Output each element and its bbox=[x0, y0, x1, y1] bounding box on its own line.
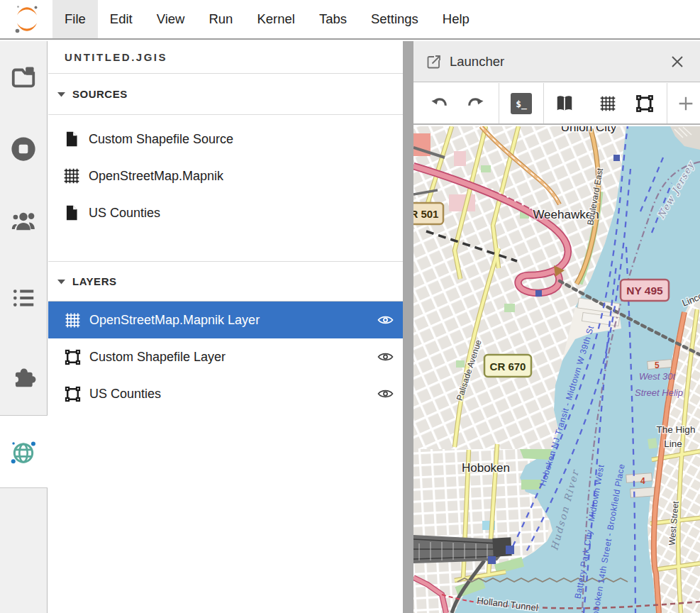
toolbar-separator bbox=[499, 83, 499, 123]
layer-row-osm-mapnik[interactable]: OpenStreetMap.Mapnik Layer bbox=[48, 302, 403, 338]
label-pier-5: 5 bbox=[655, 360, 660, 370]
file-icon bbox=[62, 204, 81, 222]
jupytergis-side-panel: UNTITLED.JGIS SOURCES Custom Shapefile S… bbox=[48, 41, 403, 613]
menu-view[interactable]: View bbox=[145, 0, 197, 38]
new-launcher-button[interactable] bbox=[675, 93, 696, 114]
panel-splitter-handle[interactable] bbox=[403, 41, 413, 613]
label-heliport-1: West 30t bbox=[639, 371, 676, 382]
label-heliport-2: Street Helip bbox=[635, 387, 683, 398]
redo-icon bbox=[466, 94, 486, 114]
vector-polygon-icon bbox=[64, 385, 82, 403]
toolbar-separator bbox=[543, 83, 544, 123]
source-item-label: US Counties bbox=[89, 206, 160, 221]
open-book-icon bbox=[554, 93, 575, 114]
menu-run[interactable]: Run bbox=[196, 0, 245, 38]
layer-label: Custom Shapefile Layer bbox=[89, 350, 377, 365]
chevron-down-icon bbox=[57, 279, 65, 285]
sources-list: Custom Shapefile Source OpenStreetMap.Ma… bbox=[48, 115, 403, 231]
document-title: UNTITLED.JGIS bbox=[48, 41, 403, 74]
globe-icon bbox=[10, 438, 37, 465]
source-item[interactable]: US Counties bbox=[48, 194, 403, 231]
menu-kernel[interactable]: Kernel bbox=[245, 0, 306, 38]
jupyterlab-window: File Edit View Run Kernel Tabs Settings … bbox=[0, 0, 700, 613]
raster-grid-icon bbox=[62, 167, 81, 185]
menu-help[interactable]: Help bbox=[430, 0, 482, 38]
raster-grid-icon bbox=[599, 94, 617, 113]
vector-polygon-icon bbox=[635, 94, 655, 114]
layers-section-label: LAYERS bbox=[72, 275, 116, 287]
undo-button[interactable] bbox=[428, 93, 450, 114]
users-icon bbox=[10, 206, 37, 233]
sidebar-tab-file-browser[interactable] bbox=[10, 63, 37, 90]
launcher-icon bbox=[426, 53, 443, 70]
tab-launcher[interactable]: Launcher bbox=[450, 54, 504, 70]
openstreetmap-canvas[interactable]: CR 501 CR 670 NY 495 Union City Weehawke… bbox=[413, 126, 700, 613]
stop-circle-icon bbox=[10, 136, 37, 162]
layers-list: OpenStreetMap.Mapnik Layer bbox=[48, 302, 403, 412]
toolbar-separator bbox=[667, 83, 667, 123]
dock-tab-bar: Launcher bbox=[413, 41, 700, 82]
route-shield-cr670: CR 670 bbox=[484, 355, 531, 377]
visibility-eye-icon[interactable] bbox=[377, 349, 394, 365]
visibility-eye-icon[interactable] bbox=[377, 312, 394, 328]
jupyter-logo-icon bbox=[11, 4, 43, 35]
label-high-line-2: Line bbox=[664, 438, 682, 449]
label-high-line-1: The High bbox=[657, 424, 696, 435]
puzzle-icon bbox=[10, 363, 37, 390]
main-dock-panel: Launcher bbox=[413, 41, 700, 613]
source-item[interactable]: Custom Shapefile Source bbox=[48, 121, 403, 158]
label-hoboken: Hoboken bbox=[462, 461, 510, 475]
layer-row-us-counties[interactable]: US Counties bbox=[48, 375, 403, 412]
menu-tabs[interactable]: Tabs bbox=[307, 0, 359, 38]
label-pier-4: 4 bbox=[640, 476, 645, 486]
layer-row-custom-shapefile[interactable]: Custom Shapefile Layer bbox=[48, 338, 403, 375]
shield-label: NY 495 bbox=[626, 285, 663, 297]
shield-label: CR 501 bbox=[413, 208, 438, 220]
menu-file[interactable]: File bbox=[52, 0, 98, 38]
identify-button[interactable] bbox=[554, 93, 575, 114]
chevron-down-icon bbox=[57, 92, 65, 97]
sidebar-tab-jupytergis[interactable] bbox=[10, 438, 37, 465]
file-icon bbox=[62, 130, 81, 148]
sources-section-header[interactable]: SOURCES bbox=[48, 74, 403, 115]
route-shield-ny495: NY 495 bbox=[621, 280, 669, 301]
route-shield-cr501: CR 501 bbox=[413, 203, 443, 224]
activity-bar bbox=[0, 41, 48, 613]
terminal-icon: $_ bbox=[511, 93, 532, 114]
source-item-label: Custom Shapefile Source bbox=[89, 132, 233, 147]
add-vector-layer-button[interactable] bbox=[634, 93, 655, 114]
close-tab-icon[interactable] bbox=[669, 53, 686, 70]
sidebar-tab-extension-manager[interactable] bbox=[10, 363, 37, 390]
map-toolbar: $_ bbox=[413, 83, 700, 125]
menu-settings[interactable]: Settings bbox=[359, 0, 430, 38]
sources-section-label: SOURCES bbox=[72, 88, 128, 100]
layer-label: OpenStreetMap.Mapnik Layer bbox=[89, 313, 377, 328]
redo-button[interactable] bbox=[465, 93, 487, 114]
vector-polygon-icon bbox=[64, 348, 82, 366]
menu-bar: File Edit View Run Kernel Tabs Settings … bbox=[0, 0, 700, 40]
source-item[interactable]: OpenStreetMap.Mapnik bbox=[48, 158, 403, 194]
menu-edit[interactable]: Edit bbox=[98, 0, 145, 38]
sidebar-tab-collaboration[interactable] bbox=[10, 206, 37, 233]
shield-label: CR 670 bbox=[490, 360, 526, 372]
plus-icon bbox=[676, 94, 696, 114]
undo-icon bbox=[429, 94, 449, 114]
source-item-label: OpenStreetMap.Mapnik bbox=[89, 169, 223, 184]
sidebar-tab-running[interactable] bbox=[10, 136, 37, 162]
raster-grid-icon bbox=[64, 311, 82, 329]
list-icon bbox=[10, 285, 37, 311]
label-union-city: Union City bbox=[561, 126, 617, 134]
layer-label: US Counties bbox=[89, 387, 377, 402]
add-raster-layer-button[interactable] bbox=[597, 93, 618, 114]
console-button[interactable]: $_ bbox=[511, 93, 532, 114]
visibility-eye-icon[interactable] bbox=[377, 386, 394, 402]
sidebar-tab-table-of-contents[interactable] bbox=[10, 285, 37, 311]
map-viewport[interactable]: CR 501 CR 670 NY 495 Union City Weehawke… bbox=[413, 126, 700, 613]
layers-section-header[interactable]: LAYERS bbox=[48, 261, 403, 302]
folder-icon bbox=[10, 63, 37, 90]
